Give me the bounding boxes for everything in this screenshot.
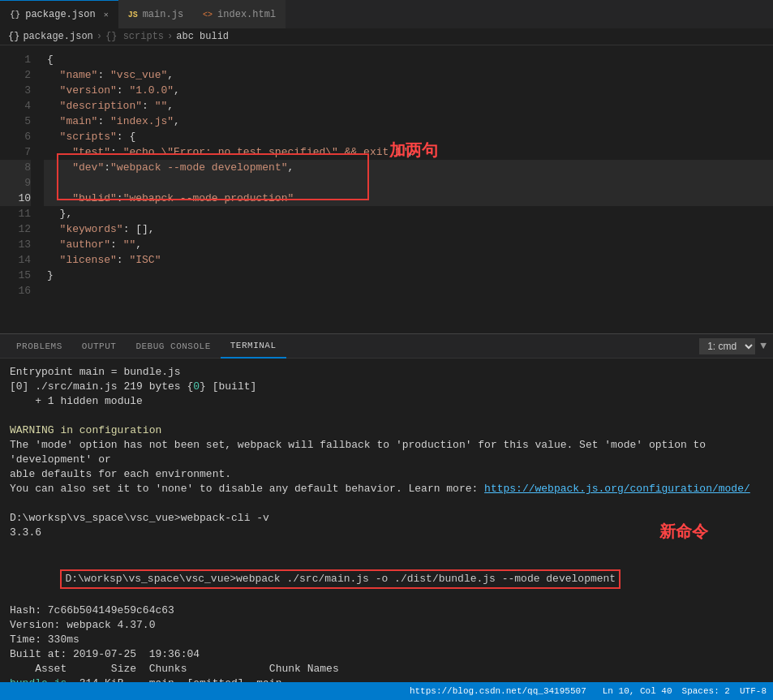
code-line-8: "dev":"webpack --mode development", xyxy=(44,160,773,175)
panel-area: PROBLEMS OUTPUT DEBUG CONSOLE TERMINAL 1… xyxy=(0,333,773,682)
code-line-11: }, xyxy=(44,206,773,221)
terminal-line-10: D:\worksp\vs_space\vsc_vue>webpack-cli -… xyxy=(10,511,763,526)
breadcrumb-sep1: › xyxy=(97,31,102,42)
code-line-12: "keywords": [], xyxy=(44,221,773,237)
terminal-hash: Hash: 7c66b504149e59c64c63 xyxy=(10,603,763,618)
breadcrumb-bulid: abc bulid xyxy=(176,31,229,42)
status-spaces: Spaces: 2 xyxy=(682,686,730,696)
tab-index-html-label: index.html xyxy=(217,9,276,20)
terminal-command-box: D:\worksp\vs_space\vsc_vue>webpack ./src… xyxy=(60,569,621,589)
tab-debug-console[interactable]: DEBUG CONSOLE xyxy=(126,334,220,359)
tab-index-html[interactable]: <> index.html xyxy=(193,0,286,28)
code-line-5: "main": "index.js", xyxy=(44,114,773,129)
breadcrumb-icon: {} xyxy=(8,31,19,42)
code-line-16 xyxy=(44,283,773,298)
code-content[interactable]: { "name": "vsc_vue", "version": "1.0.0",… xyxy=(41,45,773,333)
status-url: https://blog.csdn.net/qq_34195507 xyxy=(410,686,586,696)
tab-terminal[interactable]: TERMINAL xyxy=(221,334,286,359)
index-html-icon: <> xyxy=(203,11,213,19)
terminal-line-5: WARNING in configuration xyxy=(10,423,763,438)
status-position: Ln 10, Col 40 xyxy=(603,686,672,696)
status-bar: https://blog.csdn.net/qq_34195507 Ln 10,… xyxy=(0,682,773,700)
terminal-dropdown-icon[interactable]: ▼ xyxy=(760,340,767,352)
breadcrumb: {} package.json › {} scripts › abc bulid xyxy=(0,28,773,45)
terminal-line-9 xyxy=(10,496,763,511)
status-encoding: UTF-8 xyxy=(740,686,767,696)
terminal-bundle: bundle.js 314 KiB main [emitted] main xyxy=(10,676,763,682)
tab-main-js-label: main.js xyxy=(143,9,183,20)
terminal-time: Time: 330ms xyxy=(10,633,763,647)
tab-bar: {} package.json ✕ JS main.js <> index.ht… xyxy=(0,0,773,28)
code-line-9 xyxy=(44,175,773,191)
code-line-2: "name": "vsc_vue", xyxy=(44,67,773,83)
panel-right-controls: 1: cmd ▼ xyxy=(699,338,773,354)
terminal-line-11: 3.3.6 xyxy=(10,526,763,540)
code-line-13: "author": "", xyxy=(44,237,773,252)
code-line-4: "description": "", xyxy=(44,98,773,114)
terminal-command-line: D:\worksp\vs_space\vsc_vue>webpack ./src… xyxy=(10,555,763,603)
terminal-line-7: able defaults for each environment. xyxy=(10,467,763,482)
tab-package-json-label: package.json xyxy=(25,9,95,20)
tab-package-json[interactable]: {} package.json ✕ xyxy=(0,0,118,28)
breadcrumb-scripts: {} scripts xyxy=(105,31,164,42)
annotation-text-terminal: 新命令 xyxy=(659,524,708,539)
breadcrumb-sep2: › xyxy=(167,31,173,42)
tab-main-js[interactable]: JS main.js xyxy=(118,0,193,28)
terminal-built: Built at: 2019-07-25 19:36:04 xyxy=(10,647,763,662)
package-json-icon: {} xyxy=(10,10,20,19)
tab-output[interactable]: OUTPUT xyxy=(72,334,127,359)
terminal-selector[interactable]: 1: cmd xyxy=(699,338,755,354)
code-line-15: } xyxy=(44,268,773,283)
terminal-version: Version: webpack 4.37.0 xyxy=(10,618,763,633)
breadcrumb-file: package.json xyxy=(23,31,92,42)
code-line-10: "bulid":"webapck --mode production" xyxy=(44,191,773,206)
editor-area: 1234 567 8 9 10 11121314 1516 { "name": … xyxy=(0,45,773,333)
terminal-line-12 xyxy=(10,540,763,555)
annotation-text-editor: 加两句 xyxy=(389,143,438,158)
code-line-3: "version": "1.0.0", xyxy=(44,83,773,98)
tab-package-json-close[interactable]: ✕ xyxy=(104,10,109,19)
terminal-line-4 xyxy=(10,409,763,423)
line-numbers: 1234 567 8 9 10 11121314 1516 xyxy=(0,45,41,333)
terminal-line-3: + 1 hidden module xyxy=(10,394,763,409)
terminal-line-6: The 'mode' option has not been set, webp… xyxy=(10,438,763,467)
terminal-line-1: Entrypoint main = bundle.js xyxy=(10,365,763,380)
terminal-line-8: You can also set it to 'none' to disable… xyxy=(10,482,763,496)
code-line-14: "license": "ISC" xyxy=(44,252,773,268)
panel-tabs: PROBLEMS OUTPUT DEBUG CONSOLE TERMINAL 1… xyxy=(0,334,773,359)
code-line-1: { xyxy=(44,52,773,67)
terminal-line-2: [0] ./src/main.js 219 bytes {0} [built] xyxy=(10,380,763,394)
terminal-header: Asset Size Chunks Chunk Names xyxy=(10,662,763,676)
main-js-icon: JS xyxy=(128,11,138,19)
tab-problems[interactable]: PROBLEMS xyxy=(6,334,72,359)
terminal-content[interactable]: Entrypoint main = bundle.js [0] ./src/ma… xyxy=(0,359,773,682)
